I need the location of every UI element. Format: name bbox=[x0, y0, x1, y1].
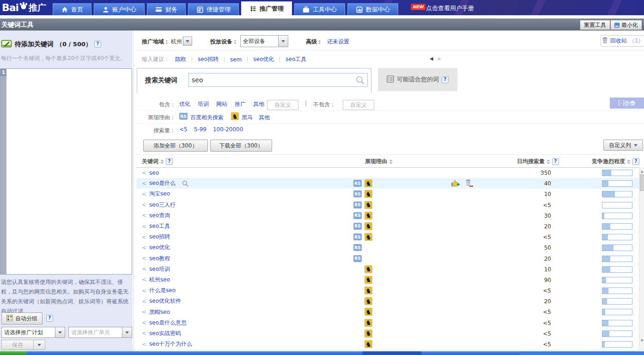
taskbar-task-sliver[interactable] bbox=[363, 351, 421, 355]
magnifier-icon[interactable] bbox=[182, 180, 188, 187]
delete-keyword-icon[interactable] bbox=[465, 179, 473, 189]
prev-arrow-icon[interactable]: ◀ bbox=[430, 56, 433, 61]
keyword-link[interactable]: seo实战密码 bbox=[149, 330, 181, 337]
table-row[interactable]: <seo350 bbox=[136, 167, 639, 178]
table-row[interactable]: <杭州seo♞90 bbox=[136, 275, 639, 285]
baidu-logo[interactable]: Bai 推广 bbox=[2, 1, 46, 14]
unit-select[interactable]: 请选择推广单元 bbox=[68, 327, 132, 338]
suggestion-link[interactable]: seo工具 bbox=[286, 55, 306, 63]
suggestion-link[interactable]: sem bbox=[230, 56, 242, 63]
custom-columns-button[interactable]: 自定义列 bbox=[603, 140, 643, 151]
keyword-link[interactable]: seo工具 bbox=[149, 222, 170, 230]
reset-tool-button[interactable]: 重置工具 bbox=[580, 20, 610, 30]
include-custom-button[interactable]: 自定义 bbox=[267, 100, 298, 110]
suggestion-link[interactable]: 陈欧 bbox=[175, 55, 186, 63]
region-dropdown-button[interactable] bbox=[183, 37, 192, 46]
help-icon[interactable]: ? bbox=[94, 41, 101, 48]
include-option-link[interactable]: 推广 bbox=[235, 100, 246, 108]
download-all-button[interactable]: 下载全部（300） bbox=[210, 140, 272, 152]
table-row[interactable]: <seo十万个为什么♞<5 bbox=[136, 339, 639, 349]
reason-other-link[interactable]: 其他 bbox=[259, 114, 270, 122]
header-help-icon[interactable]: ? bbox=[552, 158, 559, 165]
include-option-link[interactable]: 培训 bbox=[198, 100, 209, 108]
unit-select-arrow[interactable] bbox=[122, 327, 132, 337]
device-select[interactable]: 全部设备 bbox=[240, 35, 288, 47]
table-row[interactable]: <seo教程RS20 bbox=[136, 253, 639, 264]
keyword-link[interactable]: seo优化 bbox=[149, 244, 170, 251]
nav-tab-home[interactable]: 首页 bbox=[53, 3, 91, 15]
alt-tab-help-icon[interactable]: ? bbox=[442, 76, 449, 83]
header-competition[interactable]: 竞争激烈程度 ? bbox=[587, 158, 639, 165]
keyword-link[interactable]: seo招聘 bbox=[149, 233, 170, 241]
manual-link[interactable]: 点击查看用户手册 bbox=[426, 4, 474, 12]
keyword-link[interactable]: seo是什么 bbox=[149, 179, 176, 187]
suggestion-link[interactable]: seo招聘 bbox=[198, 55, 219, 63]
start-button-sliver[interactable] bbox=[0, 351, 26, 355]
suggestion-link[interactable]: seo优化 bbox=[253, 55, 274, 63]
nav-tab-card[interactable]: 财务 bbox=[147, 3, 186, 15]
keyword-link[interactable]: seo三人行 bbox=[149, 201, 176, 209]
plan-select[interactable]: 请选择推广计划 bbox=[1, 327, 65, 338]
table-row[interactable]: <seo实战密码♞<5 bbox=[136, 328, 639, 339]
include-option-link[interactable]: 网站 bbox=[216, 100, 227, 108]
plan-select-arrow[interactable] bbox=[55, 327, 65, 337]
header-keyword[interactable]: 关键词 ? bbox=[142, 158, 173, 165]
nav-tab-user[interactable]: 账户中心 bbox=[94, 3, 145, 15]
save-dropdown-arrow[interactable] bbox=[34, 340, 45, 350]
os-taskbar[interactable] bbox=[0, 351, 644, 355]
table-row[interactable]: <seo查询RS♞30 bbox=[136, 210, 639, 221]
nav-tab-window[interactable]: 便捷管理 bbox=[188, 3, 239, 15]
scroll-up-icon[interactable]: ▲ bbox=[639, 168, 644, 174]
reason-rs-link[interactable]: 百度相关搜索 bbox=[190, 114, 224, 122]
nav-tab-chart[interactable]: 数据中心 bbox=[347, 3, 398, 15]
table-row[interactable]: <seo培训♞10 bbox=[136, 264, 639, 275]
search-input[interactable] bbox=[189, 76, 356, 84]
recycle-bin-button[interactable]: 回收站 （1） bbox=[601, 35, 644, 47]
keyword-link[interactable]: seo优化软件 bbox=[149, 297, 181, 305]
table-row[interactable]: <seo优化软件♞20 bbox=[136, 296, 639, 306]
device-select-arrow[interactable] bbox=[278, 36, 288, 47]
volume-option-link[interactable]: <5 bbox=[179, 126, 188, 133]
next-arrow-icon[interactable]: ▶ bbox=[438, 56, 442, 61]
auto-group-button[interactable]: 自动分组 bbox=[1, 312, 43, 324]
table-row[interactable]: <什么是seo♞<5 bbox=[136, 285, 639, 296]
table-row[interactable]: <seo是什么RS♞40 bbox=[136, 178, 639, 189]
keyword-link[interactable]: seo bbox=[149, 170, 159, 176]
add-keyword-icon[interactable] bbox=[451, 179, 460, 189]
table-row[interactable]: <seo优化RS50 bbox=[136, 242, 639, 253]
reason-horse-link[interactable]: 黑马 bbox=[242, 114, 253, 122]
table-row[interactable]: <黑帽seo♞<5 bbox=[136, 306, 639, 317]
keyword-link[interactable]: 杭州seo bbox=[149, 276, 170, 284]
tab-suitable-words[interactable]: 可能适合您的词 ? bbox=[378, 68, 457, 91]
keyword-link[interactable]: seo是什么意思 bbox=[149, 319, 187, 327]
collapse-button[interactable]: [-]折叠 bbox=[610, 98, 644, 109]
sort-icon[interactable] bbox=[389, 159, 393, 164]
keyword-link[interactable]: 黑帽seo bbox=[149, 308, 170, 316]
include-option-link[interactable]: 优化 bbox=[179, 100, 190, 108]
header-help-icon[interactable]: ? bbox=[166, 158, 173, 165]
keyword-link[interactable]: 淘宝seo bbox=[149, 190, 170, 198]
sort-icon[interactable] bbox=[160, 159, 164, 164]
volume-option-link[interactable]: 5-99 bbox=[194, 126, 207, 133]
volume-option-link[interactable]: 100-20000 bbox=[213, 126, 243, 133]
keyword-link[interactable]: 什么是seo bbox=[149, 287, 176, 294]
sort-icon[interactable] bbox=[547, 159, 550, 164]
sort-icon[interactable] bbox=[627, 159, 631, 164]
add-all-button[interactable]: 添加全部（300） bbox=[143, 140, 208, 152]
table-row[interactable]: <seo是什么意思♞<5 bbox=[136, 318, 639, 328]
auto-group-help-icon[interactable]: ? bbox=[46, 315, 53, 322]
keyword-input[interactable] bbox=[6, 69, 132, 274]
save-button[interactable]: 保存 bbox=[1, 340, 34, 350]
header-volume[interactable]: 日均搜索量 ? bbox=[480, 158, 559, 165]
scrollbar-thumb[interactable] bbox=[640, 174, 644, 191]
include-option-link[interactable]: 其他 bbox=[253, 100, 264, 108]
header-help-icon[interactable]: ? bbox=[632, 158, 639, 165]
keyword-link[interactable]: seo查询 bbox=[149, 212, 170, 220]
nav-tab-list[interactable]: 推广管理 bbox=[241, 1, 292, 15]
exclude-custom-button[interactable]: 自定义 bbox=[343, 100, 374, 110]
scroll-down-icon[interactable]: ▼ bbox=[639, 337, 644, 343]
nav-tab-briefcase[interactable]: 工具中心 bbox=[294, 3, 345, 15]
table-row[interactable]: <seo三人行RS♞<5 bbox=[136, 200, 639, 210]
advanced-link[interactable]: 还未设置 bbox=[327, 38, 349, 46]
table-scrollbar[interactable]: ▲ ▼ bbox=[639, 167, 644, 350]
